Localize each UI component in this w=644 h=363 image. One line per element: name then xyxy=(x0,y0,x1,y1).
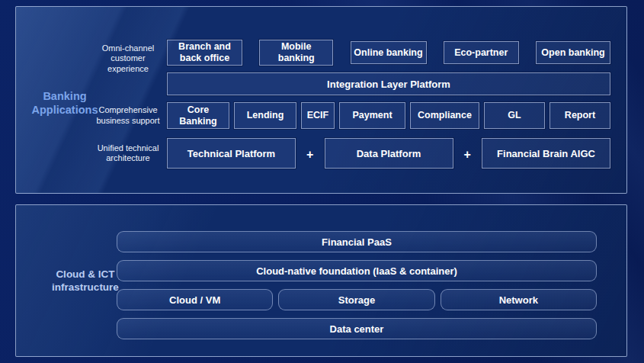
technical-architecture-row: Technical Platform + Data Platform + Fin… xyxy=(167,138,610,169)
bar-financial-paas: Financial PaaS xyxy=(117,231,597,252)
box-technical-platform: Technical Platform xyxy=(167,138,296,169)
row-label-unified-technical-architecture: Unified technical architecture xyxy=(89,138,167,169)
cloud-ict-panel: Cloud & ICT infrastructure Financial Paa… xyxy=(15,204,627,357)
bar-cloud-native-foundation: Cloud-native foundation (IaaS & containe… xyxy=(117,260,597,281)
box-online-banking: Online banking xyxy=(351,41,427,64)
plus-separator: + xyxy=(464,146,471,161)
box-ecif: ECIF xyxy=(301,102,335,129)
integration-row: Integration Layer Platform xyxy=(167,72,610,95)
box-branch-and-back-office: Branch and back office xyxy=(167,40,242,66)
bar-data-center: Data center xyxy=(117,318,597,339)
business-support-row: Core Banking Lending ECIF Payment Compli… xyxy=(167,102,610,129)
banking-applications-panel: Banking Applications Omni-channel custom… xyxy=(15,6,627,194)
box-eco-partner: Eco-partner xyxy=(444,41,519,64)
box-gl: GL xyxy=(484,102,545,129)
cloud-stack: Financial PaaS Cloud-native foundation (… xyxy=(117,231,597,339)
box-data-platform: Data Platform xyxy=(325,138,453,169)
omni-channel-row: Branch and back office Mobile banking On… xyxy=(167,40,610,66)
box-cloud-vm: Cloud / VM xyxy=(117,289,273,310)
box-network: Network xyxy=(441,289,597,310)
box-compliance: Compliance xyxy=(410,102,479,129)
plus-separator: + xyxy=(306,146,313,161)
box-report: Report xyxy=(549,102,610,129)
box-lending: Lending xyxy=(234,102,296,129)
row-label-comprehensive-business-support: Comprehensive business support xyxy=(89,102,167,129)
box-storage: Storage xyxy=(278,289,434,310)
box-mobile-banking: Mobile banking xyxy=(259,40,333,66)
row-label-omni-channel-customer-experience: Omni-channel customer experience xyxy=(89,40,167,77)
box-open-banking: Open banking xyxy=(536,41,610,64)
infrastructure-row: Cloud / VM Storage Network xyxy=(117,289,597,310)
box-financial-brain-aigc: Financial Brain AIGC xyxy=(482,138,610,169)
bar-integration-layer-platform: Integration Layer Platform xyxy=(167,72,610,95)
box-payment: Payment xyxy=(339,102,405,129)
architecture-diagram: Banking Applications Omni-channel custom… xyxy=(0,0,644,363)
box-core-banking: Core Banking xyxy=(167,102,229,129)
